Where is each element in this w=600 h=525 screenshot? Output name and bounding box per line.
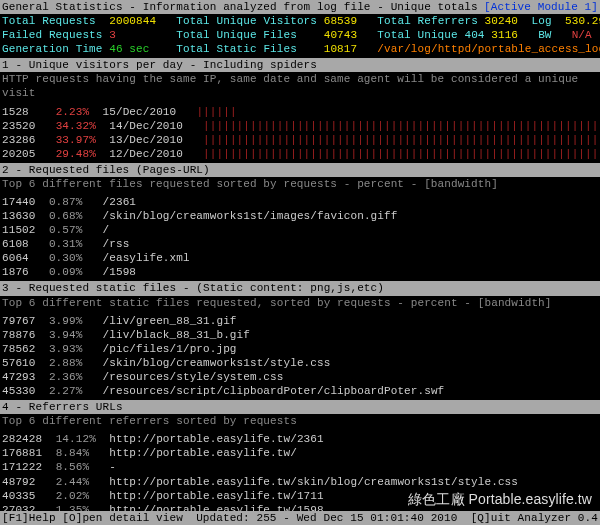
list-row: 176881 8.84% http://portable.easylife.tw…: [2, 446, 598, 460]
section-1-rows: 1528 2.23% 15/Dec/2010 |||||| 23520 34.3…: [0, 105, 600, 161]
footer-bar: [F1]Help [O]pen detail view Updated: 255…: [0, 511, 600, 525]
header-title: General Statistics - Information analyze…: [2, 0, 478, 14]
list-row: 282428 14.12% http://portable.easylife.t…: [2, 432, 598, 446]
visitor-row: 23520 34.32% 14/Dec/2010 |||||||||||||||…: [2, 119, 598, 133]
section-3-header[interactable]: 3 - Requested static files - (Static con…: [0, 281, 600, 295]
visitor-row: 23286 33.97% 13/Dec/2010 |||||||||||||||…: [2, 133, 598, 147]
list-row: 47293 2.36% /resources/style/system.css: [2, 370, 598, 384]
section-2-header[interactable]: 2 - Requested files (Pages-URL): [0, 163, 600, 177]
general-stats: Total Requests 2000844 Total Unique Visi…: [0, 14, 600, 56]
footer-help[interactable]: [F1]Help [O]pen detail view: [2, 511, 183, 525]
list-row: 78562 3.93% /pic/files/1/pro.jpg: [2, 342, 598, 356]
footer-updated: Updated: 255 - Wed Dec 15 01:01:40 2010: [196, 511, 457, 525]
section-2-rows: 17440 0.87% /236113630 0.68% /skin/blog/…: [0, 195, 600, 279]
visitor-row: 20205 29.48% 12/Dec/2010 |||||||||||||||…: [2, 147, 598, 161]
section-3-rows: 79767 3.99% /liv/green_88_31.gif78876 3.…: [0, 314, 600, 398]
footer-quit[interactable]: [Q]uit Analyzer 0.4: [471, 511, 598, 525]
list-row: 45330 2.27% /resources/script/clipboardP…: [2, 384, 598, 398]
section-1-header[interactable]: 1 - Unique visitors per day - Including …: [0, 58, 600, 72]
list-row: 48792 2.44% http://portable.easylife.tw/…: [2, 475, 598, 489]
list-row: 6108 0.31% /rss: [2, 237, 598, 251]
section-3-sub: Top 6 different static files requested, …: [0, 296, 600, 310]
list-row: 17440 0.87% /2361: [2, 195, 598, 209]
active-module: [Active Module 1]: [484, 0, 598, 14]
list-row: 6064 0.30% /easylife.xml: [2, 251, 598, 265]
section-4-header[interactable]: 4 - Referrers URLs: [0, 400, 600, 414]
list-row: 78876 3.94% /liv/black_88_31_b.gif: [2, 328, 598, 342]
list-row: 11502 0.57% /: [2, 223, 598, 237]
section-4-sub: Top 6 different referrers sorted by requ…: [0, 414, 600, 428]
visitor-row: 1528 2.23% 15/Dec/2010 ||||||: [2, 105, 598, 119]
header-bar: General Statistics - Information analyze…: [0, 0, 600, 14]
watermark: 綠色工廠 Portable.easylife.tw: [408, 491, 592, 509]
list-row: 13630 0.68% /skin/blog/creamworks1st/ima…: [2, 209, 598, 223]
section-1-sub: HTTP requests having the same IP, same d…: [0, 72, 600, 100]
list-row: 1876 0.09% /1598: [2, 265, 598, 279]
list-row: 79767 3.99% /liv/green_88_31.gif: [2, 314, 598, 328]
section-2-sub: Top 6 different files requested sorted b…: [0, 177, 600, 191]
list-row: 171222 8.56% -: [2, 460, 598, 474]
list-row: 57610 2.88% /skin/blog/creamworks1st/sty…: [2, 356, 598, 370]
